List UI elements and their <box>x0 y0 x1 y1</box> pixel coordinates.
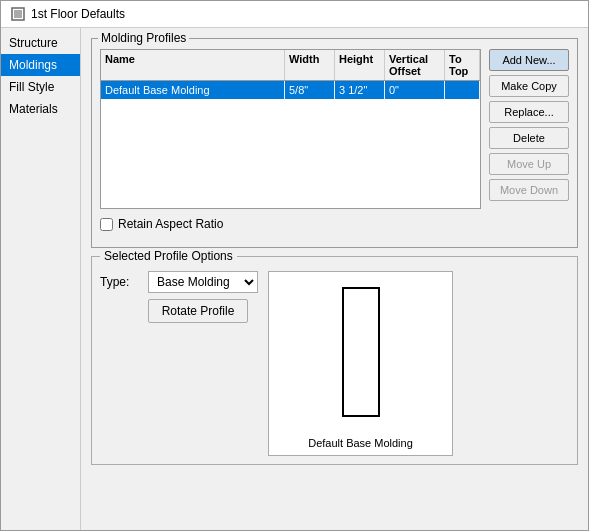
molding-profiles-group: Molding Profiles Name Width Height Verti… <box>91 38 578 248</box>
profile-options-inner: Type: Base Molding Crown Molding Chair R… <box>100 271 569 456</box>
sidebar-item-moldings[interactable]: Moldings <box>1 54 80 76</box>
sidebar-item-fill-style[interactable]: Fill Style <box>1 76 80 98</box>
window-icon <box>11 7 25 21</box>
cell-to-top <box>445 81 480 99</box>
sidebar: Structure Moldings Fill Style Materials <box>1 28 81 530</box>
make-copy-button[interactable]: Make Copy <box>489 75 569 97</box>
svg-rect-1 <box>14 10 22 18</box>
window-title: 1st Floor Defaults <box>31 7 125 21</box>
content-area: Structure Moldings Fill Style Materials … <box>1 28 588 530</box>
sidebar-item-materials[interactable]: Materials <box>1 98 80 120</box>
col-height: Height <box>335 50 385 80</box>
type-select[interactable]: Base Molding Crown Molding Chair Rail Cu… <box>148 271 258 293</box>
main-content: Molding Profiles Name Width Height Verti… <box>81 28 588 530</box>
retain-aspect-label[interactable]: Retain Aspect Ratio <box>118 217 223 231</box>
top-section: Name Width Height Vertical Offset To Top <box>100 49 569 209</box>
title-bar: 1st Floor Defaults <box>1 1 588 28</box>
molding-table: Name Width Height Vertical Offset To Top <box>100 49 481 209</box>
cell-name: Default Base Molding <box>101 81 285 99</box>
move-up-button[interactable]: Move Up <box>489 153 569 175</box>
molding-profiles-label: Molding Profiles <box>98 31 189 45</box>
selected-profile-group: Selected Profile Options Type: Base Mold… <box>91 256 578 465</box>
replace-button[interactable]: Replace... <box>489 101 569 123</box>
col-to-top: To Top <box>445 50 480 80</box>
table-header: Name Width Height Vertical Offset To Top <box>101 50 480 81</box>
cell-height: 3 1/2" <box>335 81 385 99</box>
preview-shape <box>342 287 380 417</box>
main-window: 1st Floor Defaults Structure Moldings Fi… <box>0 0 589 531</box>
retain-aspect-row: Retain Aspect Ratio <box>100 217 569 231</box>
col-width: Width <box>285 50 335 80</box>
preview-area: Default Base Molding <box>268 271 453 456</box>
add-new-button[interactable]: Add New... <box>489 49 569 71</box>
col-vertical-offset: Vertical Offset <box>385 50 445 80</box>
rotate-profile-button[interactable]: Rotate Profile <box>148 299 248 323</box>
col-name: Name <box>101 50 285 80</box>
action-buttons: Add New... Make Copy Replace... Delete M… <box>489 49 569 209</box>
cell-width: 5/8" <box>285 81 335 99</box>
selected-profile-legend: Selected Profile Options <box>100 249 237 263</box>
delete-button[interactable]: Delete <box>489 127 569 149</box>
preview-label: Default Base Molding <box>269 437 452 449</box>
profile-left: Type: Base Molding Crown Molding Chair R… <box>100 271 258 456</box>
retain-aspect-checkbox[interactable] <box>100 218 113 231</box>
type-label: Type: <box>100 275 140 289</box>
move-down-button[interactable]: Move Down <box>489 179 569 201</box>
type-row: Type: Base Molding Crown Molding Chair R… <box>100 271 258 293</box>
cell-vertical-offset: 0" <box>385 81 445 99</box>
sidebar-item-structure[interactable]: Structure <box>1 32 80 54</box>
table-row[interactable]: Default Base Molding 5/8" 3 1/2" 0" <box>101 81 480 99</box>
